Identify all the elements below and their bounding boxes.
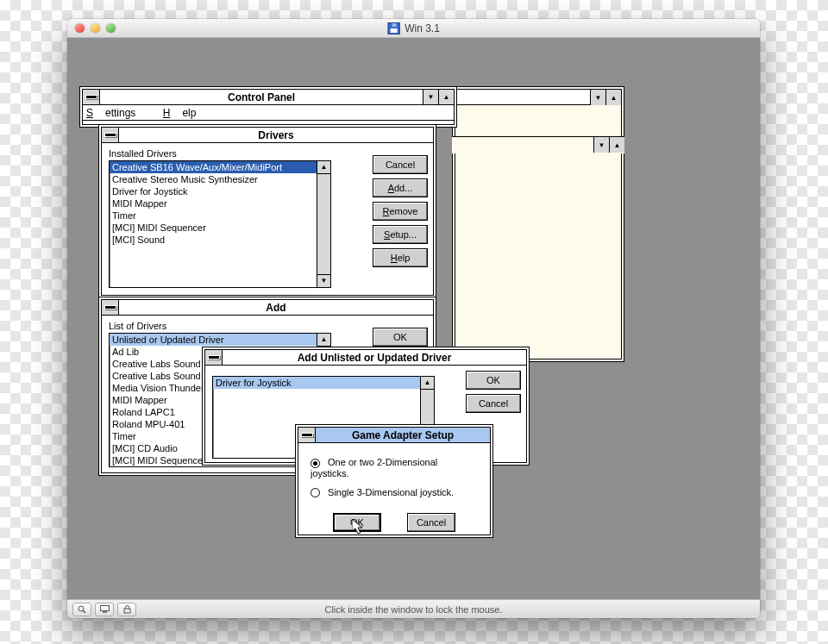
emulator-window: Win 3.1 ▼▲ ▼▲ Control Panel ▼ ▲ <box>67 19 760 618</box>
scrollbar[interactable]: ▲ ▼ <box>317 161 330 287</box>
drivers-window[interactable]: Drivers Installed Drivers Creative SB16 … <box>98 124 436 298</box>
background-window-fragment: ▼▲ <box>452 136 624 153</box>
cancel-button[interactable]: Cancel <box>466 394 521 413</box>
list-item[interactable]: Creative Stereo Music Synthesizer <box>110 173 330 185</box>
window-title: Control Panel <box>100 90 423 104</box>
joystick-option-3d[interactable]: Single 3-Dimensional joystick. <box>310 487 478 498</box>
maximize-icon[interactable]: ▲ <box>438 90 454 104</box>
minimize-icon[interactable]: ▼ <box>593 137 609 153</box>
emulated-desktop[interactable]: ▼▲ ▼▲ Control Panel ▼ ▲ Settings Help <box>67 38 760 599</box>
minimize-icon[interactable]: ▼ <box>590 90 605 105</box>
status-text: Click inside the window to lock the mous… <box>324 604 502 615</box>
add-button[interactable]: Add... <box>373 178 428 197</box>
game-adapter-setup-dialog[interactable]: Game Adapter Setup One or two 2-Dimensio… <box>295 424 493 538</box>
window-title: Drivers <box>119 128 433 142</box>
system-menu-icon[interactable] <box>102 128 119 142</box>
window-title: Add <box>119 300 433 315</box>
scroll-up-icon[interactable]: ▲ <box>317 161 330 174</box>
system-menu-icon[interactable] <box>205 350 223 365</box>
magnifier-icon[interactable] <box>72 603 91 616</box>
control-panel-titlebar[interactable]: Control Panel ▼ ▲ <box>83 90 454 105</box>
window-title: Game Adapter Setup <box>316 428 490 442</box>
game-adapter-titlebar[interactable]: Game Adapter Setup <box>298 428 490 443</box>
add-titlebar[interactable]: Add <box>102 300 433 316</box>
help-button[interactable]: Help <box>373 248 428 267</box>
window-title: Win 3.1 <box>405 22 440 34</box>
svg-rect-5 <box>124 609 130 613</box>
list-item[interactable]: Creative SB16 Wave/Aux/Mixer/MidiPort <box>110 161 330 173</box>
system-menu-icon[interactable] <box>298 428 316 442</box>
window-title-group: Win 3.1 <box>387 22 440 34</box>
drivers-titlebar[interactable]: Drivers <box>102 128 433 143</box>
traffic-lights <box>75 23 116 33</box>
installed-drivers-list[interactable]: Creative SB16 Wave/Aux/Mixer/MidiPortCre… <box>109 160 331 288</box>
maximize-icon[interactable]: ▲ <box>609 137 624 153</box>
ok-button[interactable]: OK <box>373 328 428 347</box>
menu-help[interactable]: Help <box>163 107 197 119</box>
mac-titlebar[interactable]: Win 3.1 <box>67 19 760 38</box>
close-icon[interactable] <box>75 23 85 33</box>
lock-icon[interactable] <box>117 603 136 616</box>
radio-icon[interactable] <box>310 459 320 468</box>
floppy-icon <box>387 22 399 34</box>
svg-rect-3 <box>100 606 109 611</box>
display-icon[interactable] <box>95 603 114 616</box>
option-label: One or two 2-Dimensional joysticks. <box>310 457 437 478</box>
scroll-up-icon[interactable]: ▲ <box>317 334 330 347</box>
cancel-button[interactable]: Cancel <box>407 513 455 532</box>
list-item[interactable]: Timer <box>110 209 330 222</box>
window-title: Add Unlisted or Updated Driver <box>223 350 526 365</box>
minimize-icon[interactable] <box>91 23 100 33</box>
setup-button[interactable]: Setup... <box>373 225 428 244</box>
menu-settings[interactable]: Settings <box>86 107 147 119</box>
list-item[interactable]: Driver for Joystick <box>213 377 434 389</box>
add-unlisted-titlebar[interactable]: Add Unlisted or Updated Driver <box>205 350 526 366</box>
scroll-down-icon[interactable]: ▼ <box>317 274 330 287</box>
radio-icon[interactable] <box>310 488 320 497</box>
svg-line-2 <box>83 610 85 613</box>
maximize-icon[interactable]: ▲ <box>605 90 621 105</box>
cancel-button[interactable]: Cancel <box>373 155 428 174</box>
list-item[interactable]: Driver for Joystick <box>110 185 330 197</box>
list-item[interactable]: Unlisted or Updated Driver <box>110 334 330 346</box>
option-label: Single 3-Dimensional joystick. <box>328 487 454 497</box>
scroll-up-icon[interactable]: ▲ <box>421 377 434 390</box>
menubar: Settings Help <box>83 105 454 121</box>
zoom-icon[interactable] <box>106 23 116 33</box>
list-item[interactable]: [MCI] MIDI Sequencer <box>110 222 330 234</box>
list-item[interactable]: MIDI Mapper <box>110 197 330 209</box>
ok-button[interactable]: OK <box>466 371 521 390</box>
remove-button[interactable]: Remove <box>373 202 428 221</box>
control-panel-window[interactable]: Control Panel ▼ ▲ Settings Help <box>79 86 457 128</box>
system-menu-icon[interactable] <box>83 90 100 104</box>
ok-button[interactable]: OK <box>333 513 381 532</box>
background-window: ▼▲ <box>452 86 624 362</box>
system-menu-icon[interactable] <box>102 300 119 315</box>
statusbar: Click inside the window to lock the mous… <box>67 599 760 618</box>
list-item[interactable]: [MCI] Sound <box>110 234 330 246</box>
minimize-icon[interactable]: ▼ <box>423 90 438 104</box>
joystick-option-2d[interactable]: One or two 2-Dimensional joysticks. <box>310 457 478 478</box>
